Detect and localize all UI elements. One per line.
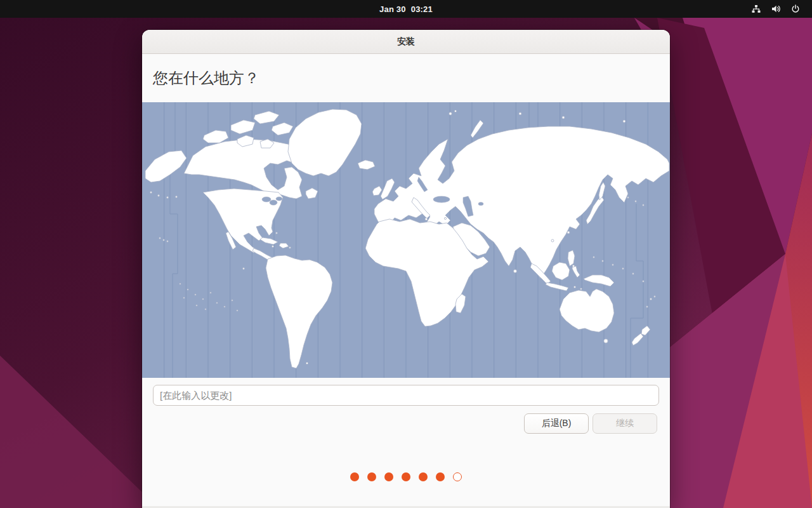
progress-dots	[153, 472, 659, 481]
topbar-clock[interactable]: Jan 30 03:21	[379, 4, 433, 14]
installer-window: 安装 您在什么地方？	[142, 30, 670, 508]
world-map	[142, 102, 670, 378]
power-icon	[790, 4, 801, 14]
heading-area: 您在什么地方？	[142, 54, 670, 102]
system-status-area[interactable]	[746, 0, 806, 18]
form-area: 后退(B) 继续	[142, 378, 670, 508]
progress-dot	[453, 472, 462, 481]
volume-icon	[771, 4, 781, 14]
timezone-input[interactable]	[153, 385, 659, 406]
window-title: 安装	[397, 36, 415, 48]
timezone-map[interactable]	[142, 102, 670, 378]
network-wired-icon	[751, 4, 761, 14]
gnome-top-bar: Jan 30 03:21	[0, 0, 812, 18]
window-titlebar[interactable]: 安装	[142, 30, 670, 54]
button-row: 后退(B) 继续	[153, 413, 657, 434]
progress-dot	[419, 472, 428, 481]
back-button[interactable]: 后退(B)	[524, 413, 589, 434]
progress-dot	[384, 472, 393, 481]
progress-dot	[350, 472, 359, 481]
progress-dot	[402, 472, 410, 481]
progress-dot	[436, 472, 445, 481]
clock-date: Jan 30	[379, 4, 406, 14]
continue-button[interactable]: 继续	[593, 413, 657, 434]
clock-time: 03:21	[411, 4, 433, 14]
progress-dot	[367, 472, 376, 481]
page-heading: 您在什么地方？	[153, 68, 259, 88]
